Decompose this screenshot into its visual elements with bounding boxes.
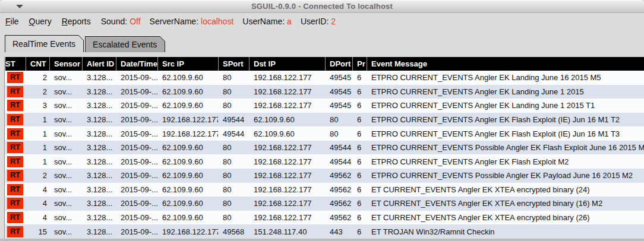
cell-pr[interactable]: 6 bbox=[352, 85, 367, 99]
cell-dst_ip[interactable]: 192.168.122.177 bbox=[249, 154, 325, 169]
cell-alert_id[interactable]: 3.128... bbox=[82, 224, 116, 239]
cell-datetime[interactable]: 2015-09-... bbox=[116, 169, 157, 183]
cell-alert_id[interactable]: 3.128... bbox=[82, 196, 116, 211]
table-row[interactable]: RT4sov...3.128...2015-09-...62.109.9.608… bbox=[5, 196, 644, 211]
cell-dst_ip[interactable]: 192.168.122.177 bbox=[249, 141, 325, 155]
cell-sport[interactable]: 80 bbox=[218, 99, 249, 113]
column-header-datetime[interactable]: Date/Time bbox=[116, 57, 157, 71]
cell-dport[interactable]: 49544 bbox=[325, 141, 352, 155]
cell-event_message[interactable]: ET CURRENT_EVENTS Angler EK XTEA encrypt… bbox=[367, 183, 644, 197]
cell-datetime[interactable]: 2015-09-... bbox=[116, 224, 157, 239]
table-row[interactable]: RT4sov...3.128...2015-09-...62.109.9.608… bbox=[5, 211, 644, 225]
cell-alert_id[interactable]: 3.128... bbox=[82, 154, 116, 169]
cell-dst_ip[interactable]: 192.168.122.177 bbox=[249, 211, 325, 225]
cell-cnt[interactable]: 1 bbox=[26, 154, 49, 169]
cell-cnt[interactable]: 1 bbox=[26, 141, 49, 155]
cell-dst_ip[interactable]: 192.168.122.177 bbox=[249, 196, 325, 211]
column-header-cnt[interactable]: CNT bbox=[26, 57, 49, 71]
cell-dport[interactable]: 49562 bbox=[325, 169, 352, 183]
cell-st[interactable]: RT bbox=[5, 141, 26, 155]
cell-src_ip[interactable]: 62.109.9.60 bbox=[157, 141, 218, 155]
cell-st[interactable]: RT bbox=[5, 113, 26, 127]
cell-sport[interactable]: 49568 bbox=[218, 224, 249, 239]
cell-dport[interactable]: 80 bbox=[325, 126, 352, 141]
cell-pr[interactable]: 6 bbox=[352, 169, 367, 183]
cell-dst_ip[interactable]: 62.109.9.60 bbox=[249, 113, 325, 127]
menu-query[interactable]: Query bbox=[29, 17, 52, 26]
cell-alert_id[interactable]: 3.128... bbox=[82, 85, 116, 99]
cell-event_message[interactable]: ETPRO CURRENT_EVENTS Angler EK Landing J… bbox=[367, 99, 644, 113]
cell-src_ip[interactable]: 62.109.9.60 bbox=[157, 154, 218, 169]
cell-event_message[interactable]: ETPRO CURRENT_EVENTS Angler EK Flash Exp… bbox=[367, 113, 644, 127]
cell-src_ip[interactable]: 62.109.9.60 bbox=[157, 183, 218, 197]
cell-cnt[interactable]: 1 bbox=[26, 126, 49, 141]
cell-st[interactable]: RT bbox=[5, 71, 26, 85]
cell-sport[interactable]: 80 bbox=[218, 183, 249, 197]
cell-event_message[interactable]: ETPRO CURRENT_EVENTS Possible Angler EK … bbox=[367, 169, 644, 183]
cell-cnt[interactable]: 4 bbox=[26, 196, 49, 211]
cell-datetime[interactable]: 2015-09-... bbox=[116, 196, 157, 211]
cell-src_ip[interactable]: 192.168.122.177 bbox=[157, 224, 218, 239]
cell-st[interactable]: RT bbox=[5, 154, 26, 169]
cell-sensor[interactable]: sov... bbox=[49, 141, 82, 155]
cell-dport[interactable]: 49562 bbox=[325, 196, 352, 211]
window-menu-icon[interactable] bbox=[16, 5, 23, 8]
cell-datetime[interactable]: 2015-09-... bbox=[116, 126, 157, 141]
cell-src_ip[interactable]: 62.109.9.60 bbox=[157, 71, 218, 85]
cell-st[interactable]: RT bbox=[5, 99, 26, 113]
cell-sport[interactable]: 80 bbox=[218, 211, 249, 225]
cell-dport[interactable]: 49545 bbox=[325, 85, 352, 99]
cell-dst_ip[interactable]: 192.168.122.177 bbox=[249, 169, 325, 183]
cell-alert_id[interactable]: 3.128... bbox=[82, 99, 116, 113]
cell-cnt[interactable]: 4 bbox=[26, 183, 49, 197]
cell-alert_id[interactable]: 3.128... bbox=[82, 126, 116, 141]
table-row[interactable]: RT2sov...3.128...2015-09-...62.109.9.608… bbox=[5, 71, 644, 85]
cell-st[interactable]: RT bbox=[5, 169, 26, 183]
cell-src_ip[interactable]: 62.109.9.60 bbox=[157, 196, 218, 211]
tab-realtime-events[interactable]: RealTime Events bbox=[5, 35, 84, 52]
tab-escalated-events[interactable]: Escalated Events bbox=[85, 36, 165, 52]
cell-dport[interactable]: 49544 bbox=[325, 154, 352, 169]
cell-datetime[interactable]: 2015-09-... bbox=[116, 99, 157, 113]
cell-datetime[interactable]: 2015-09-... bbox=[116, 154, 157, 169]
cell-alert_id[interactable]: 3.128... bbox=[82, 211, 116, 225]
cell-alert_id[interactable]: 3.128... bbox=[82, 183, 116, 197]
table-row[interactable]: RT2sov...3.128...2015-09-...62.109.9.608… bbox=[5, 169, 644, 183]
column-header-st[interactable]: ST bbox=[5, 57, 26, 71]
menu-file[interactable]: File bbox=[5, 17, 19, 26]
cell-sensor[interactable]: sov... bbox=[49, 71, 82, 85]
cell-sensor[interactable]: sov... bbox=[49, 126, 82, 141]
cell-sensor[interactable]: sov... bbox=[49, 113, 82, 127]
table-row[interactable]: RT1sov...3.128...2015-09-...192.168.122.… bbox=[5, 113, 644, 127]
cell-sensor[interactable]: sov... bbox=[49, 169, 82, 183]
cell-datetime[interactable]: 2015-09-... bbox=[116, 141, 157, 155]
cell-st[interactable]: RT bbox=[5, 196, 26, 211]
cell-pr[interactable]: 6 bbox=[352, 211, 367, 225]
table-row[interactable]: RT15sov...3.128...2015-09-...192.168.122… bbox=[5, 224, 644, 239]
cell-cnt[interactable]: 3 bbox=[26, 99, 49, 113]
cell-sport[interactable]: 80 bbox=[218, 85, 249, 99]
cell-event_message[interactable]: ETPRO CURRENT_EVENTS Angler EK Landing J… bbox=[367, 85, 644, 99]
cell-pr[interactable]: 6 bbox=[352, 224, 367, 239]
cell-dport[interactable]: 49545 bbox=[325, 99, 352, 113]
column-header-pr[interactable]: Pr bbox=[352, 57, 367, 71]
cell-pr[interactable]: 6 bbox=[352, 126, 367, 141]
table-row[interactable]: RT2sov...3.128...2015-09-...62.109.9.608… bbox=[5, 85, 644, 99]
cell-cnt[interactable]: 2 bbox=[26, 71, 49, 85]
cell-alert_id[interactable]: 3.128... bbox=[82, 71, 116, 85]
cell-sport[interactable]: 49544 bbox=[218, 113, 249, 127]
cell-src_ip[interactable]: 192.168.122.177 bbox=[157, 126, 218, 141]
cell-alert_id[interactable]: 3.128... bbox=[82, 141, 116, 155]
cell-sport[interactable]: 80 bbox=[218, 169, 249, 183]
cell-alert_id[interactable]: 3.128... bbox=[82, 113, 116, 127]
cell-alert_id[interactable]: 3.128... bbox=[82, 169, 116, 183]
cell-sport[interactable]: 80 bbox=[218, 154, 249, 169]
cell-dport[interactable]: 80 bbox=[325, 113, 352, 127]
cell-pr[interactable]: 6 bbox=[352, 154, 367, 169]
column-header-dst_ip[interactable]: Dst IP bbox=[249, 57, 325, 71]
cell-cnt[interactable]: 2 bbox=[26, 169, 49, 183]
cell-sensor[interactable]: sov... bbox=[49, 183, 82, 197]
cell-sensor[interactable]: sov... bbox=[49, 99, 82, 113]
cell-datetime[interactable]: 2015-09-... bbox=[116, 183, 157, 197]
cell-event_message[interactable]: ETPRO CURRENT_EVENTS Angler EK Flash Exp… bbox=[367, 126, 644, 141]
